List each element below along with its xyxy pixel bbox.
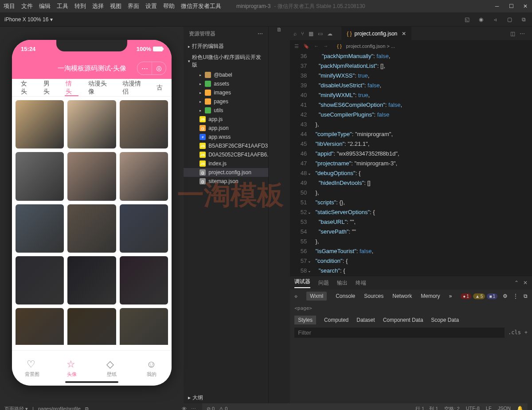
eye-icon[interactable]: 👁 xyxy=(182,406,187,410)
category-tab[interactable]: 女头 xyxy=(16,79,38,96)
page-path[interactable]: pages/profile/profile xyxy=(38,406,81,410)
menu-微信开发者工具[interactable]: 微信开发者工具 xyxy=(181,3,221,9)
explorer-more-icon[interactable]: ⋯ xyxy=(258,31,263,37)
avatar-thumb[interactable] xyxy=(120,152,168,200)
avatar-thumb[interactable] xyxy=(67,100,116,148)
file-tree-item[interactable]: #app.wxss xyxy=(184,133,268,141)
cls-toggle[interactable]: .cls xyxy=(508,329,521,336)
bookmark-icon[interactable]: 🔖 xyxy=(303,43,309,49)
menu-项目[interactable]: 项目 xyxy=(4,3,15,9)
close-button[interactable]: ✕ xyxy=(522,3,528,9)
bottom-nav-item[interactable]: ☆头像 xyxy=(52,351,92,386)
lang-info[interactable]: JSON xyxy=(498,406,511,410)
avatar-thumb[interactable] xyxy=(16,256,64,305)
outline-label[interactable]: 大纲 xyxy=(192,394,203,401)
capsule-close-icon[interactable]: ◎ xyxy=(152,62,166,74)
avatar-thumb[interactable] xyxy=(16,308,64,345)
error-badge[interactable]: ● 1 xyxy=(461,293,471,299)
avatar-thumb[interactable] xyxy=(120,204,168,253)
file-tree-item[interactable]: ▸images xyxy=(184,88,268,97)
explorer-section[interactable]: ▸ 打开的编辑器 xyxy=(184,41,268,52)
code-line[interactable]: "servePath": "" xyxy=(312,227,532,237)
card-icon[interactable]: ▭ xyxy=(318,31,323,37)
indent-info[interactable]: 空格: 2 xyxy=(444,406,459,410)
code-line[interactable]: "baseURL": "", xyxy=(312,217,532,227)
menu-文件[interactable]: 文件 xyxy=(21,3,33,9)
code-line[interactable]: "compileType": "miniprogram", xyxy=(312,129,532,139)
menu-设置[interactable]: 设置 xyxy=(145,3,157,9)
devtools-subtab[interactable]: Network xyxy=(392,293,412,299)
code-line[interactable]: "minifyWXML": true, xyxy=(312,90,532,100)
code-line[interactable]: "packNpmRelationList": [], xyxy=(312,61,532,71)
sb-err-icon[interactable]: ⚠ 0 xyxy=(219,406,227,410)
code-line[interactable]: "minifyWXSS": true, xyxy=(312,71,532,81)
avatar-thumb[interactable] xyxy=(16,204,64,253)
avatar-thumb[interactable] xyxy=(67,152,116,200)
more-tabs-icon[interactable]: » xyxy=(449,293,452,299)
cloud-icon[interactable]: ☁ xyxy=(327,31,332,37)
minimize-button[interactable]: ─ xyxy=(494,3,500,9)
code-line[interactable]: "packNpmManually": false, xyxy=(312,51,532,61)
back-icon[interactable]: ◃ xyxy=(491,16,499,23)
file-tree-item[interactable]: JSB5AB3F26CBF41AAFD3... xyxy=(184,141,268,150)
code-line[interactable]: "showES6CompileOption": false, xyxy=(312,100,532,110)
menu-编辑[interactable]: 编辑 xyxy=(39,3,51,9)
category-tab[interactable]: 男头 xyxy=(38,79,61,96)
file-tree-item[interactable]: {}app.json xyxy=(184,124,268,133)
nav-back-icon[interactable]: ← xyxy=(314,43,319,49)
bell-icon[interactable]: 🔔 xyxy=(517,406,523,410)
avatar-thumb[interactable] xyxy=(120,308,168,345)
devtools-tab[interactable]: 问题 xyxy=(318,279,329,287)
explorer-section[interactable]: ▾ 粉色UI微信小程序源码云开发版 xyxy=(184,52,268,70)
add-rule-icon[interactable]: + xyxy=(524,329,528,336)
branch-icon[interactable]: ⑂ xyxy=(301,31,304,37)
file-tree-item[interactable]: ▸assets xyxy=(184,79,268,88)
code-line[interactable]: "projectname": "miniprogram-3", xyxy=(312,159,532,168)
code-line[interactable]: "appid": "wx8953347352f88b1d", xyxy=(312,149,532,159)
nav-fwd-icon[interactable]: → xyxy=(323,43,328,49)
rotate-icon[interactable]: ◱ xyxy=(463,16,471,23)
avatar-thumb[interactable] xyxy=(16,100,64,148)
file-tree-item[interactable]: ▸utils xyxy=(184,106,268,115)
category-tab[interactable]: 情头 xyxy=(60,79,83,96)
cursor-pos[interactable]: 行 1，列 1 xyxy=(415,406,438,410)
devtools-subtab[interactable]: Memory xyxy=(421,293,440,299)
warn-badge[interactable]: ▲ 5 xyxy=(473,293,485,299)
file-tree-item[interactable]: {}project.config.json xyxy=(184,168,268,177)
styles-panel-tab[interactable]: Dataset xyxy=(356,317,375,323)
code-line[interactable]: "libVersion": "2.21.1", xyxy=(312,139,532,149)
dt-popout-icon[interactable]: ⧉ xyxy=(524,293,528,299)
chevron-up-icon[interactable]: ⌃ xyxy=(514,280,519,286)
breadcrumb-text[interactable]: project.config.json > ... xyxy=(346,43,395,49)
code-line[interactable]: }, xyxy=(312,188,532,198)
bottom-nav-item[interactable]: ☺我的 xyxy=(132,351,172,386)
category-tab[interactable]: 古 xyxy=(151,79,168,96)
avatar-thumb[interactable] xyxy=(120,256,168,305)
search-icon[interactable]: ⌕ xyxy=(293,31,297,37)
capsule-menu-icon[interactable]: ⋯ xyxy=(137,62,152,74)
copy-icon[interactable]: ⧉ xyxy=(520,16,528,23)
styles-panel-tab[interactable]: Styles xyxy=(294,316,316,324)
avatar-thumb[interactable] xyxy=(67,308,116,345)
eol-info[interactable]: LF xyxy=(486,406,492,410)
devtools-tab[interactable]: 输出 xyxy=(337,279,348,287)
code-line[interactable]: "scripts": {}, xyxy=(312,198,532,207)
devtools-subtab[interactable]: Wxml xyxy=(306,292,327,301)
devtools-tab[interactable]: 调试器 xyxy=(294,278,310,288)
menu-选择[interactable]: 选择 xyxy=(92,3,104,9)
devtools-tab[interactable]: 终端 xyxy=(356,279,366,287)
dt-more-icon[interactable]: ⋮ xyxy=(513,293,518,299)
menu-转到[interactable]: 转到 xyxy=(74,3,86,9)
devtools-close-icon[interactable]: ✕ xyxy=(523,280,528,286)
home-icon[interactable]: ▢ xyxy=(505,16,513,23)
file-tree-item[interactable]: ▸@babel xyxy=(184,70,268,79)
bottom-nav-item[interactable]: ♡背景图 xyxy=(12,351,52,386)
tab-close-icon[interactable]: ✕ xyxy=(402,31,406,37)
styles-filter-input[interactable] xyxy=(294,328,505,338)
avatar-thumb[interactable] xyxy=(16,152,64,200)
editor-tab[interactable]: { } project.config.json ✕ xyxy=(341,27,411,41)
sb-warn-icon[interactable]: ⊘ 0 xyxy=(207,406,215,410)
avatar-thumb[interactable] xyxy=(67,256,116,305)
styles-panel-tab[interactable]: Scope Data xyxy=(431,317,459,323)
code-line[interactable]: }, xyxy=(312,120,532,129)
